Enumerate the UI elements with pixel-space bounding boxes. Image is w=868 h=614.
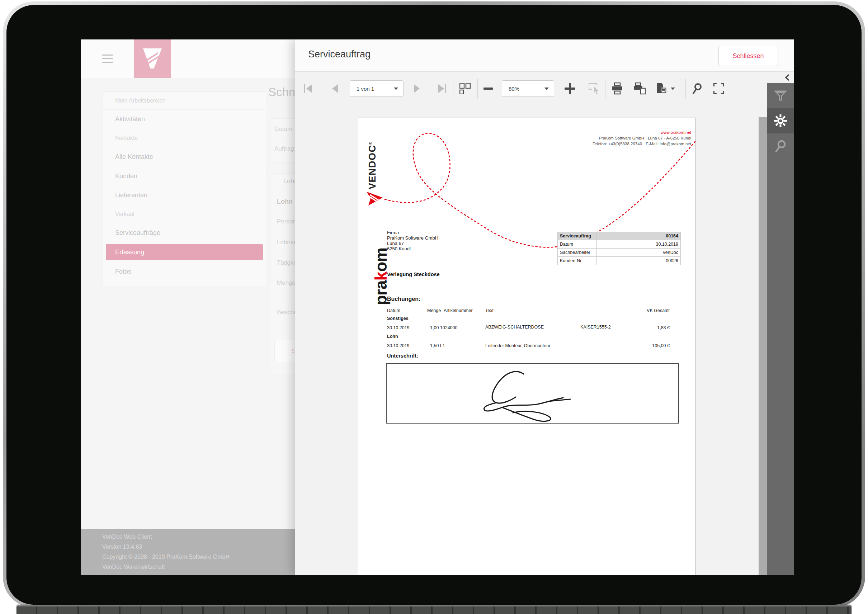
serviceauftrag-modal: Serviceauftrag Schliessen 1 von 1 — [295, 39, 794, 575]
viewer-side-rail — [767, 83, 794, 575]
signature-box — [386, 363, 679, 423]
modal-title: Serviceauftrag — [308, 49, 370, 60]
chevron-down-icon — [544, 87, 549, 90]
signature-stroke — [387, 364, 679, 423]
collapse-panel-icon[interactable] — [782, 73, 792, 82]
select-tool-icon[interactable] — [586, 80, 603, 97]
pdf-toolbar: 1 von 1 — [295, 72, 794, 111]
prev-page-icon[interactable] — [330, 80, 340, 97]
chevron-down-icon — [671, 87, 675, 90]
page-number-select[interactable]: 1 von 1 — [350, 80, 403, 97]
settings-icon[interactable] — [767, 108, 794, 133]
zoom-in-icon[interactable] — [562, 80, 578, 97]
page-number-value: 1 von 1 — [356, 86, 374, 92]
col-vk-gesamt: VK Gesamt — [647, 308, 670, 313]
doc-subject: Verlegung Steckdose — [387, 271, 440, 277]
zoom-level-select[interactable]: 80% — [502, 80, 554, 97]
fullscreen-icon[interactable] — [710, 80, 727, 97]
last-page-icon[interactable] — [435, 80, 448, 97]
booking-cell-menge-artnr: 1,50 L1 — [430, 343, 445, 348]
pdf-page: www.prakom.net PraKom Software GmbH · Lu… — [358, 118, 696, 575]
booking-cell-vk: 105,00 € — [652, 343, 670, 348]
doc-vendoc-logo-text: VENDOC® — [367, 142, 378, 189]
doc-recipient-block: Firma PraKom Software GmbH Luna 67 6250 … — [387, 230, 438, 251]
booking-cell-datum: 30.10.2019 — [387, 343, 409, 348]
vendoc-app-window: Mein Arbeitsbereich Aktivitäten Kontakte… — [81, 39, 794, 575]
tablet-bottom-edge — [17, 605, 851, 614]
toolbar-separator — [477, 79, 478, 99]
booking-group: Sonstiges — [387, 316, 409, 321]
thumbnails-icon[interactable] — [457, 80, 473, 97]
search-side-icon[interactable] — [767, 133, 794, 158]
col-text: Text — [485, 308, 493, 313]
col-menge: Menge — [427, 308, 441, 313]
booking-cell-text2: KAISER1555-2 — [580, 324, 611, 330]
booking-cell-vk: 1,83 € — [657, 325, 670, 330]
toolbar-separator — [605, 79, 606, 99]
filter-icon[interactable] — [767, 83, 794, 108]
toolbar-separator — [685, 79, 686, 99]
col-datum: Datum — [387, 308, 400, 313]
bookings-title: Buchungen: — [387, 296, 420, 302]
booking-group: Lohn — [387, 334, 398, 339]
booking-cell-menge-artnr: 1,00 1024000 — [430, 325, 457, 330]
chevron-down-icon — [394, 87, 398, 90]
doc-info-table: Serviceauftrag00164 Datum30.10.2019 Sach… — [557, 232, 681, 265]
close-button[interactable]: Schliessen — [718, 46, 778, 66]
col-artikelnummer: Artikelnummer — [444, 308, 473, 313]
zoom-level-value: 80% — [508, 86, 519, 92]
pdf-scrollbar[interactable] — [759, 117, 767, 575]
print-pages-icon[interactable] — [631, 80, 649, 97]
zoom-out-icon[interactable] — [481, 80, 495, 97]
screenshot-stage: Mein Arbeitsbereich Aktivitäten Kontakte… — [0, 0, 868, 614]
close-button-label: Schliessen — [732, 52, 764, 60]
booking-cell-datum: 30.10.2019 — [387, 325, 409, 330]
print-icon[interactable] — [609, 80, 626, 97]
modal-header: Serviceauftrag Schliessen — [295, 39, 794, 72]
first-page-icon[interactable] — [302, 80, 315, 97]
booking-cell-text: ABZWEIG-SCHALTERDOSE — [485, 324, 544, 330]
signature-label: Unterschrift: — [387, 353, 418, 359]
toolbar-separator — [583, 79, 583, 99]
booking-cell-text: Leitender Monteur, Obermonteur — [485, 343, 550, 348]
export-icon[interactable] — [655, 80, 676, 97]
search-icon[interactable] — [690, 80, 705, 97]
toolbar-separator — [453, 79, 453, 99]
next-page-icon[interactable] — [411, 80, 422, 97]
doc-vendoc-arrow-icon — [366, 190, 384, 206]
